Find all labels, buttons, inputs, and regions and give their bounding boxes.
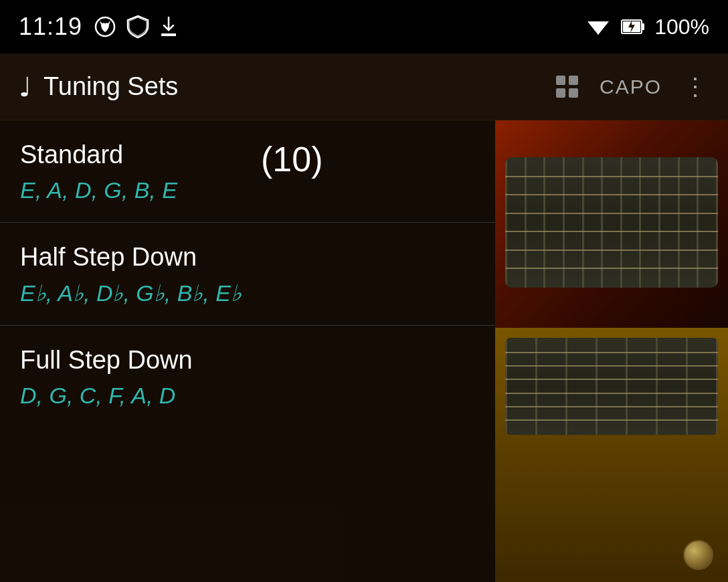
guitar-string (505, 393, 718, 394)
grid-view-button[interactable] (556, 76, 578, 98)
app-bar-actions: CAPO ⋮ (556, 73, 709, 101)
tuning-count: (10) (261, 139, 323, 179)
guitar-string (505, 194, 718, 195)
battery-icon (621, 16, 645, 37)
guitar-string (505, 213, 718, 214)
tuning-name: Full Step Down (20, 346, 475, 375)
grid-dot (556, 76, 565, 85)
guitar-background-bottom (495, 328, 728, 582)
strings-container-bottom (505, 338, 718, 435)
status-bar: 11:19 (0, 0, 728, 54)
tuning-notes: D, G, C, F, A, D (20, 383, 475, 409)
guitar-string (505, 379, 718, 380)
tuning-name: Standard (20, 140, 475, 169)
guitar-string (505, 352, 718, 353)
guitar-string (505, 250, 718, 251)
app-bar-title-group: ♩ Tuning Sets (19, 72, 556, 102)
status-left: 11:19 (19, 13, 179, 41)
guitar-area (495, 120, 728, 582)
guitar-string (505, 176, 718, 177)
tuner-screw (683, 540, 713, 570)
app-bar: ♩ Tuning Sets CAPO ⋮ (0, 54, 728, 120)
notification-cat-icon (93, 15, 117, 39)
svg-rect-5 (642, 23, 644, 30)
guitar-neck-top (505, 157, 718, 288)
guitar-string (505, 268, 718, 269)
strings-container (505, 157, 718, 288)
grid-dot (569, 88, 578, 98)
main-content: Standard E, A, D, G, B, E (10) Half Step… (0, 120, 728, 582)
guitar-neck-bottom (505, 338, 718, 435)
guitar-string (505, 419, 718, 421)
grid-dot (556, 88, 565, 98)
shield-icon (126, 15, 149, 39)
download-icon (159, 15, 179, 39)
list-item[interactable]: Standard E, A, D, G, B, E (10) (0, 120, 495, 223)
status-time: 11:19 (19, 13, 82, 41)
guitar-string (505, 231, 718, 232)
tuning-notes: E, A, D, G, B, E (20, 177, 475, 203)
guitar-string (505, 365, 718, 367)
grid-dot (569, 76, 578, 85)
music-note-icon: ♩ (19, 72, 31, 102)
guitar-background-top (495, 120, 728, 328)
tuning-name: Half Step Down (20, 243, 475, 272)
tuning-notes: E♭, A♭, D♭, G♭, B♭, E♭ (20, 280, 475, 306)
list-item[interactable]: Half Step Down E♭, A♭, D♭, G♭, B♭, E♭ (0, 223, 495, 326)
tuning-list: Standard E, A, D, G, B, E (10) Half Step… (0, 120, 495, 582)
battery-percentage: 100% (654, 15, 709, 39)
wifi-icon (585, 16, 612, 37)
status-icons (93, 15, 179, 39)
guitar-string (505, 406, 718, 407)
list-item[interactable]: Full Step Down D, G, C, F, A, D (0, 326, 495, 427)
app-title: Tuning Sets (43, 72, 178, 101)
more-options-button[interactable]: ⋮ (683, 73, 709, 101)
status-right: 100% (585, 15, 709, 39)
svg-marker-3 (587, 21, 609, 35)
capo-button[interactable]: CAPO (600, 76, 662, 98)
